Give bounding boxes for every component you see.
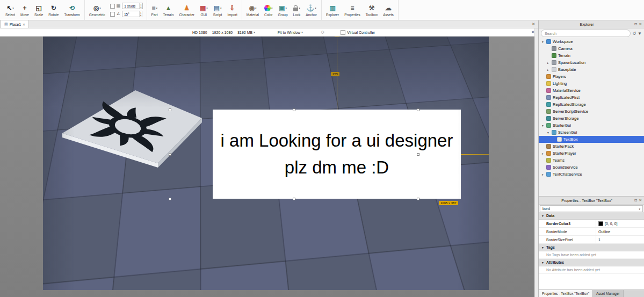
- tree-item-replicatedstorage[interactable]: ReplicatedStorage: [539, 101, 644, 108]
- spin-down-icon[interactable]: ▾: [140, 14, 142, 17]
- tabstrip-close-icon[interactable]: ✕: [532, 22, 535, 26]
- ribbon-lock-button[interactable]: ▾Lock: [291, 3, 303, 18]
- tree-item-startergui[interactable]: ▾StarterGui: [539, 122, 644, 129]
- property-value[interactable]: 1: [596, 236, 644, 243]
- resolution-selector[interactable]: 1920 x 1080: [212, 31, 233, 34]
- virtual-controller-toggle[interactable]: Virtual Controller: [341, 30, 375, 35]
- scene-ui-textbox[interactable]: i am Looking for a ui designer plz dm me…: [213, 110, 461, 199]
- selection-handle[interactable]: [293, 108, 295, 111]
- property-value[interactable]: [0, 0, 0]: [596, 220, 644, 227]
- tree-item-camera[interactable]: Camera: [539, 45, 644, 52]
- tree-item-baseplate[interactable]: ▸Baseplate: [539, 66, 644, 73]
- section-header-data[interactable]: ▾Data: [539, 212, 644, 220]
- properties-filter-input[interactable]: bord ▾: [540, 205, 643, 212]
- tree-item-starterplayer[interactable]: ▸StarterPlayer: [539, 150, 644, 157]
- tree-item-workspace[interactable]: ▾Workspace: [539, 38, 644, 45]
- ribbon-color-button[interactable]: ▾Color: [262, 3, 276, 18]
- icon-row: ⟲: [69, 4, 75, 12]
- ribbon-assets-button[interactable]: ☁Assets: [380, 3, 396, 18]
- snap-rotate-field[interactable]: 15°▴▾: [122, 11, 142, 17]
- tree-item-lighting[interactable]: Lighting: [539, 80, 644, 87]
- property-value[interactable]: Outline: [596, 228, 644, 235]
- ribbon-toolbox-button[interactable]: ⚒Toolbox: [363, 3, 380, 18]
- ribbon-transform-button[interactable]: ⟲Transform: [61, 3, 82, 18]
- tab-place1[interactable]: ▤ Place1 ✕: [1, 20, 29, 28]
- section-header-tags[interactable]: ▾Tags: [539, 244, 644, 251]
- memory-selector[interactable]: 8192 MB ▾: [237, 31, 255, 34]
- selection-handle[interactable]: [169, 108, 171, 111]
- selection-handle[interactable]: [169, 198, 171, 200]
- expander-icon[interactable]: ▸: [546, 61, 550, 64]
- 3d-viewport[interactable]: i am Looking for a ui designer plz dm me…: [0, 37, 538, 297]
- bottom-tab-properties[interactable]: Properties - TextBox "TextBox": [539, 290, 593, 297]
- float-panel-icon[interactable]: ⊡: [634, 198, 637, 202]
- snap-move-field[interactable]: 1 studs▴▾: [122, 3, 142, 9]
- ribbon-material-button[interactable]: ◉▾Material: [244, 3, 262, 18]
- sync-icon[interactable]: ⟳: [321, 30, 325, 35]
- spin-down-icon[interactable]: ▾: [140, 6, 142, 9]
- ribbon-part-button[interactable]: ■▾Part: [149, 3, 161, 18]
- color-swatch[interactable]: [598, 221, 603, 226]
- ribbon-explorer-button[interactable]: ▥Explorer: [323, 3, 342, 18]
- ribbon-label: GUI: [201, 13, 207, 17]
- selection-handle[interactable]: [417, 198, 419, 200]
- decal-tile-part[interactable]: [59, 88, 205, 170]
- ribbon-scale-button[interactable]: ◱Scale: [32, 3, 46, 18]
- expander-icon[interactable]: ▸: [541, 152, 545, 155]
- tree-item-textbox[interactable]: TextBox: [539, 136, 644, 143]
- tree-item-textchatservice[interactable]: ▸TextChatService: [539, 171, 644, 178]
- memory-value: 8192 MB: [237, 31, 252, 34]
- search-history-icon[interactable]: ↺: [632, 31, 636, 36]
- ribbon-select-button[interactable]: ↖▾Select: [3, 3, 18, 18]
- screengui-icon: [552, 130, 556, 135]
- ribbon-geometric-button[interactable]: ◎▾Geometric: [86, 3, 108, 18]
- tree-item-teams[interactable]: Teams: [539, 157, 644, 164]
- tree-item-serverstorage[interactable]: ServerStorage: [539, 115, 644, 122]
- snap-move-checkbox[interactable]: [110, 4, 115, 9]
- expander-icon[interactable]: ▾: [546, 131, 550, 134]
- tree-item-spawnlocation[interactable]: ▸SpawnLocation: [539, 59, 644, 66]
- tree-item-starterpack[interactable]: StarterPack: [539, 143, 644, 150]
- tree-item-replicatedfirst[interactable]: ReplicatedFirst: [539, 94, 644, 101]
- expander-icon[interactable]: ▸: [546, 68, 550, 71]
- selection-handle[interactable]: [293, 198, 295, 200]
- ribbon-import-button[interactable]: ⇩Import: [225, 3, 240, 18]
- close-panel-icon[interactable]: ✕: [639, 198, 642, 202]
- tree-item-players[interactable]: Players: [539, 73, 644, 80]
- scene-render[interactable]: i am Looking for a ui designer plz dm me…: [43, 37, 489, 290]
- selection-handle[interactable]: [417, 153, 419, 156]
- icon-row: ☁: [385, 4, 392, 12]
- ribbon-character-button[interactable]: ♟Character: [176, 3, 197, 18]
- place-doc-icon: ▤: [4, 22, 8, 26]
- ribbon-terrain-button[interactable]: ▲Terrain: [161, 3, 177, 18]
- fit-to-window-selector[interactable]: Fit to Window ▾: [278, 31, 303, 34]
- ribbon-move-button[interactable]: +Move: [18, 3, 32, 18]
- selection-handle[interactable]: [417, 108, 419, 111]
- bottom-tab-asset-manager[interactable]: Asset Manager: [593, 290, 624, 297]
- selection-handle[interactable]: [169, 153, 171, 156]
- search-filter-icon[interactable]: ▼: [638, 31, 642, 36]
- tree-item-screengui[interactable]: ▾ScreenGui: [539, 129, 644, 136]
- ribbon-rotate-button[interactable]: ↻Rotate: [46, 3, 61, 18]
- close-panel-icon[interactable]: ✕: [639, 22, 642, 26]
- tab-close-icon[interactable]: ✕: [23, 23, 25, 26]
- snap-rotate-checkbox[interactable]: [110, 12, 115, 17]
- ribbon-anchor-button[interactable]: ⚓▾Anchor: [303, 3, 320, 18]
- float-panel-icon[interactable]: ⊡: [634, 22, 637, 26]
- explorer-search-input[interactable]: Search: [541, 30, 631, 37]
- ribbon-properties-button[interactable]: ≡Properties: [342, 3, 363, 18]
- ribbon-group-button[interactable]: ▣▾Group: [276, 3, 291, 18]
- expander-icon[interactable]: ▾: [541, 124, 545, 127]
- ribbon-script-button[interactable]: ▤▾Script: [211, 3, 225, 18]
- device-selector[interactable]: HD 1080: [192, 31, 207, 34]
- expander-icon[interactable]: ▾: [541, 40, 545, 44]
- tree-item-terrain[interactable]: Terrain: [539, 52, 644, 59]
- tree-item-soundservice[interactable]: SoundService: [539, 164, 644, 171]
- expander-icon[interactable]: ▸: [541, 173, 545, 176]
- virtual-controller-checkbox[interactable]: [341, 30, 345, 35]
- ribbon-gui-button[interactable]: ▦▾GUI: [197, 3, 211, 18]
- section-header-attributes[interactable]: ▾Attributes: [539, 259, 644, 266]
- tree-item-serverscriptservice[interactable]: ServerScriptService: [539, 108, 644, 115]
- rotate-icon: ↻: [51, 4, 56, 12]
- tree-item-materialservice[interactable]: MaterialService: [539, 87, 644, 94]
